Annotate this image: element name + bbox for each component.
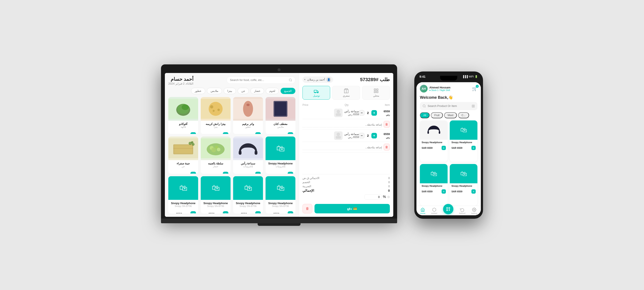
- user-badge[interactable]: 👤 أحمد بن رسلان ▼: [302, 76, 333, 83]
- add-product-12[interactable]: +: [190, 211, 196, 213]
- add-product-6[interactable]: +: [255, 172, 261, 174]
- add-product-4[interactable]: +: [190, 132, 196, 134]
- bag-icon-phone-3: 🛍: [430, 170, 437, 178]
- phone-product-card-4[interactable]: 🛍 Snopy Headphone SAR 6559 +: [450, 164, 478, 206]
- phone-search-input[interactable]: [428, 104, 470, 108]
- product-card-12[interactable]: 🛍 Snopy Headphone Snopy SN-BT96 + 6559 ر…: [168, 176, 198, 213]
- product-price-6: 6559 رس: [235, 173, 247, 174]
- scene: طلب #573289 👤 أحمد بن رسلان ▼: [161, 64, 483, 226]
- note-input-2[interactable]: [302, 145, 382, 150]
- cat-tab-cheese[interactable]: جن: [238, 88, 249, 94]
- delete-item-2[interactable]: 🗑: [384, 144, 390, 150]
- product-card-6[interactable]: سماعة رأس إلكترونيات + 6559 رس: [233, 136, 263, 174]
- user-avatar-icon: 👤: [326, 77, 331, 82]
- add-product-10[interactable]: +: [255, 211, 261, 213]
- note-input-1[interactable]: [302, 122, 382, 127]
- product-name-2: واتر برفيم: [235, 122, 261, 126]
- customer-info: أحمد حسام الثلاثاء، 2 فبراير 2024: [168, 76, 194, 85]
- search-bar[interactable]: [227, 76, 296, 84]
- phone-icons: ▐▐▐ WiFi 🔋: [462, 75, 478, 78]
- cat-tab-perfume[interactable]: عطور: [191, 88, 205, 94]
- phone-search-bar[interactable]: ⊞: [420, 102, 478, 110]
- product-card-3[interactable]: بيتزا رانش كريمه بيتزا + 6559 رس: [201, 97, 230, 134]
- cat-tab-meat[interactable]: لحوم: [266, 88, 279, 94]
- phone-cat-all[interactable]: All: [420, 112, 430, 118]
- pay-button[interactable]: 💳 دفع: [314, 204, 390, 213]
- nav-refund[interactable]: Refund: [459, 208, 466, 214]
- qty-ctrl-1: + 2 −: [359, 110, 377, 116]
- phone-cat-fruit[interactable]: Fruit: [431, 112, 443, 118]
- product-card-10[interactable]: 🛍 Snopy Headphone Snopy SN-BT96 + 6559 ر…: [233, 176, 263, 213]
- nav-setting-label: Setting: [471, 212, 477, 214]
- discount-input[interactable]: [364, 194, 382, 200]
- product-card-9[interactable]: 🛍 Snopy Headphone Snopy SN-BT96 + 6559 ر…: [266, 176, 296, 213]
- nav-scan-btn[interactable]: [443, 208, 454, 214]
- phone-prod-info-2: Snopy Headphone: [450, 140, 478, 145]
- cat-tab-all[interactable]: الجميع: [280, 88, 296, 94]
- nav-center-scan[interactable]: [443, 204, 454, 214]
- product-card-4[interactable]: أفوكادو فاكهة + 6559 رس: [168, 97, 198, 134]
- phone-product-card-2[interactable]: 🛍 Snopy Headphone SAR 6559 +: [450, 120, 478, 162]
- product-card-11[interactable]: 🛍 Snopy Headphone Snopy SN-BT96 + 6559 ر…: [201, 176, 230, 213]
- cat-tab-veg[interactable]: خضار: [250, 88, 264, 94]
- tax-label: الضريبة: [302, 184, 311, 188]
- add-product-11[interactable]: +: [223, 211, 228, 213]
- phone-add-4[interactable]: +: [472, 189, 476, 194]
- add-product-5[interactable]: +: [288, 172, 293, 174]
- delete-item-1[interactable]: 🗑: [384, 121, 390, 128]
- add-product-8[interactable]: +: [190, 172, 196, 174]
- phone-product-card-3[interactable]: 🛍 Snopy Headphone SAR 6559 +: [420, 164, 448, 206]
- barcode-scan-icon[interactable]: ⊞: [472, 104, 475, 108]
- qty-plus-1[interactable]: +: [371, 110, 377, 116]
- add-product-7[interactable]: +: [223, 172, 228, 174]
- product-card-7[interactable]: سلطة بالجبنه خضار + 6559 رس: [201, 136, 230, 174]
- product-footer-4: + 6559 رس: [168, 131, 198, 134]
- product-card-2[interactable]: واتر برفيم عطور + 6559 رس: [233, 97, 263, 134]
- product-price-3: 6559 رس: [203, 133, 215, 134]
- phone-prod-img-4: 🛍: [450, 164, 478, 183]
- travel-mode-btn[interactable]: سفري: [332, 86, 360, 100]
- phone-cat-other[interactable]: C...: [458, 112, 469, 118]
- qty-plus-2[interactable]: +: [371, 133, 377, 138]
- add-product-9[interactable]: +: [288, 211, 293, 213]
- product-footer-3: + 6559 رس: [201, 131, 230, 134]
- cart-item-img-2: [334, 131, 342, 140]
- cat-tab-pizza[interactable]: بيتزا: [224, 88, 236, 94]
- product-info-3: بيتزا رانش كريمه بيتزا: [201, 121, 230, 131]
- tax-row: 0 الضريبة: [302, 184, 390, 188]
- phone-product-card-1[interactable]: Snopy Headphone SAR 6559 +: [420, 120, 448, 162]
- delivery-mode-btn[interactable]: توصيل: [302, 86, 330, 100]
- local-mode-btn[interactable]: محلي: [362, 86, 390, 100]
- phone-welcome: Welcome Back,👋: [416, 94, 481, 102]
- phone-prod-price-4: SAR 6559: [452, 190, 462, 193]
- product-card-1[interactable]: معطف كتان ملابس + 6559 رس: [266, 97, 296, 134]
- qty-minus-2[interactable]: −: [359, 133, 364, 138]
- search-input[interactable]: [230, 78, 287, 82]
- nav-home[interactable]: Home: [420, 208, 425, 214]
- phone-add-3[interactable]: +: [442, 189, 446, 194]
- bag-icon-12: 🛍: [179, 183, 188, 192]
- product-info-6: سماعة رأس إلكترونيات: [233, 160, 263, 171]
- order-title: طلب #573289: [360, 77, 390, 82]
- add-product-2[interactable]: +: [255, 132, 261, 134]
- product-info-4: أفوكادو فاكهة: [168, 121, 198, 131]
- product-card-5[interactable]: 🛍 Snopy Headphone إلكترونيات + 6559 رس: [266, 136, 296, 174]
- phone-add-1[interactable]: +: [442, 146, 446, 150]
- product-card-8[interactable]: جبنة صفراء جن + 6559 رس: [168, 136, 198, 174]
- phone-add-2[interactable]: +: [472, 146, 476, 150]
- clear-button[interactable]: 🗑: [302, 204, 312, 213]
- svg-point-12: [289, 79, 292, 81]
- nav-holded[interactable]: Holded: [431, 208, 437, 214]
- nav-setting[interactable]: Setting: [471, 208, 477, 214]
- product-footer-2: + 6559 رس: [233, 131, 263, 134]
- product-price-8: 6559 رس: [170, 173, 182, 174]
- cat-tab-clothes[interactable]: ملابس: [207, 88, 222, 94]
- add-product-3[interactable]: +: [223, 132, 228, 134]
- product-cat-10: Snopy SN-BT96: [235, 205, 261, 207]
- phone-cat-meet[interactable]: Meet: [444, 112, 457, 118]
- phone-cart-icon[interactable]: 🛒 2: [472, 86, 478, 91]
- laptop-camera: [278, 68, 280, 71]
- svg-rect-0: [374, 89, 376, 90]
- add-product-1[interactable]: +: [288, 132, 293, 134]
- qty-minus-1[interactable]: −: [359, 110, 364, 116]
